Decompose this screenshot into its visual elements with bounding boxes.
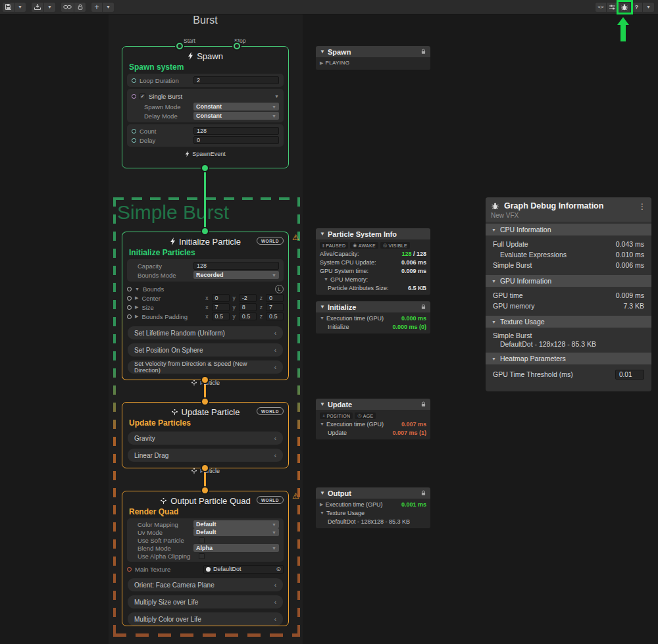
initialize-input-port[interactable] xyxy=(202,228,208,234)
initialize-output-port[interactable] xyxy=(202,377,208,383)
collapse-icon[interactable]: ‹ xyxy=(274,452,276,459)
foldout-open-icon[interactable]: ▼ xyxy=(135,287,139,291)
lock-button[interactable] xyxy=(74,2,86,12)
output-input-port[interactable] xyxy=(202,487,208,493)
show-code-button[interactable]: <> xyxy=(595,2,607,12)
control-settings-button[interactable] xyxy=(607,2,619,12)
block-set-velocity[interactable]: Set Velocity from Direction & Speed (New… xyxy=(128,360,283,374)
gpu-memory-row[interactable]: ▼ GPU Memory: xyxy=(320,275,426,284)
gpu-threshold-field[interactable]: 0.01 xyxy=(615,370,644,380)
main-texture-port[interactable] xyxy=(127,567,132,572)
spawn-state-row[interactable]: ▶ PLAYING xyxy=(320,59,426,67)
block-linear-drag[interactable]: Linear Drag ‹ xyxy=(128,449,283,462)
size-port[interactable] xyxy=(127,305,132,310)
delay-mode-dropdown[interactable]: Constant ▼ xyxy=(193,112,279,120)
update-output-port[interactable] xyxy=(202,465,208,471)
block-set-lifetime[interactable]: Set Lifetime Random (Uniform) ‹ xyxy=(128,326,283,339)
initialize-panel-header[interactable]: ▼ Initialize xyxy=(316,301,430,312)
help-button[interactable]: ? xyxy=(631,2,643,12)
block-multiply-color[interactable]: Multiply Color over Life ‹ xyxy=(128,612,283,626)
foldout-closed-icon[interactable]: ▶ xyxy=(135,314,138,319)
attach-button[interactable] xyxy=(61,2,74,12)
blend-mode-dropdown[interactable]: Alpha ▼ xyxy=(193,544,279,552)
main-texture-object-field[interactable]: DefaultDot ⊙ xyxy=(203,565,284,574)
size-z-field[interactable]: 7 xyxy=(266,303,284,311)
texture-usage-row[interactable]: ▼ Texture Usage xyxy=(320,508,426,517)
heatmap-parameters-section[interactable]: ▼ Heatmap Parameters xyxy=(486,353,651,364)
padding-x-field[interactable]: 0.5 xyxy=(212,312,230,320)
block-gravity[interactable]: Gravity ‹ xyxy=(128,432,283,445)
capacity-field[interactable]: 128 xyxy=(193,262,279,270)
collapse-icon[interactable]: ‹ xyxy=(274,330,276,337)
object-picker-icon[interactable]: ⊙ xyxy=(276,566,281,572)
bounds-port[interactable] xyxy=(127,287,132,291)
warning-icon[interactable]: ⚠ xyxy=(292,491,299,501)
update-node[interactable]: Update Particle WORLD Update Particles G… xyxy=(122,402,289,468)
color-mapping-dropdown[interactable]: Default ▼ xyxy=(193,520,279,528)
spawn-stop-port[interactable] xyxy=(234,43,240,49)
world-space-badge[interactable]: WORLD xyxy=(257,496,284,504)
add-dropdown-button[interactable]: ▼ xyxy=(103,2,114,12)
spawn-start-port[interactable] xyxy=(176,43,183,49)
center-x-field[interactable]: 0 xyxy=(212,294,230,302)
save-dropdown-button[interactable]: ▼ xyxy=(14,2,26,12)
texture-usage-section[interactable]: ▼ Texture Usage xyxy=(486,316,651,328)
collapse-icon[interactable]: ‹ xyxy=(274,347,276,354)
spawn-node[interactable]: Spawn Spawn system Loop Duration 2 ✓ Sin… xyxy=(122,46,289,168)
overflow-dropdown-button[interactable]: ▼ xyxy=(643,2,655,12)
single-burst-port[interactable] xyxy=(132,94,136,99)
spawn-panel-header[interactable]: ▼ Spawn xyxy=(316,46,430,57)
cpu-information-section[interactable]: ▼ CPU Information xyxy=(486,224,651,235)
collapse-icon[interactable]: ‹ xyxy=(274,616,276,623)
foldout-closed-icon[interactable]: ▶ xyxy=(135,295,138,301)
gpu-information-section[interactable]: ▼ GPU Information xyxy=(486,275,651,287)
center-port[interactable] xyxy=(127,296,132,301)
save-button[interactable] xyxy=(2,2,14,12)
kebab-menu-icon[interactable]: ⋮ xyxy=(638,202,646,211)
block-set-position[interactable]: Set Position On Sphere ‹ xyxy=(128,343,283,357)
single-burst-checkbox[interactable]: ✓ xyxy=(139,93,145,99)
block-orient[interactable]: Orient: Face Camera Plane ‹ xyxy=(128,578,283,591)
delay-field[interactable]: 0 xyxy=(193,136,279,144)
exec-time-row[interactable]: ▼ Execution time (GPU) 0.007 ms xyxy=(320,420,426,428)
center-z-field[interactable]: 0 xyxy=(266,294,284,302)
exec-time-row[interactable]: ▼ Execution time (GPU) 0.000 ms xyxy=(320,314,426,322)
lock-icon[interactable] xyxy=(420,401,426,407)
update-panel-header[interactable]: ▼ Update xyxy=(316,399,430,410)
foldout-closed-icon[interactable]: ▶ xyxy=(135,305,138,310)
lock-icon[interactable] xyxy=(420,49,426,55)
alpha-clipping-checkbox[interactable] xyxy=(199,553,205,559)
collapse-icon[interactable]: ‹ xyxy=(274,435,276,442)
spawn-mode-dropdown[interactable]: Constant ▼ xyxy=(193,103,279,111)
exec-time-row[interactable]: ▶ Execution time (GPU) 0.001 ms xyxy=(320,500,426,508)
loop-duration-field[interactable]: 2 xyxy=(193,76,279,84)
bounds-padding-port[interactable] xyxy=(127,314,132,319)
delay-port[interactable] xyxy=(132,138,136,143)
size-x-field[interactable]: 7 xyxy=(212,303,230,311)
compile-dropdown-button[interactable]: ▼ xyxy=(44,2,56,12)
count-port[interactable] xyxy=(132,129,136,134)
update-input-port[interactable] xyxy=(202,399,208,405)
output-node[interactable]: Output Particle Quad WORLD Render Quad C… xyxy=(122,491,289,626)
collapse-icon[interactable]: ‹ xyxy=(274,599,276,606)
collapse-icon[interactable]: ‹ xyxy=(274,582,276,589)
center-y-field[interactable]: -2 xyxy=(239,294,257,302)
world-space-badge[interactable]: WORLD xyxy=(257,407,284,415)
local-space-icon[interactable]: L xyxy=(275,285,284,293)
count-field[interactable]: 128 xyxy=(193,127,279,135)
uv-mode-dropdown[interactable]: Default ▼ xyxy=(193,528,279,536)
world-space-badge[interactable]: WORLD xyxy=(257,237,284,245)
lock-icon[interactable] xyxy=(420,304,426,310)
chevron-down-icon[interactable]: ▼ xyxy=(274,94,279,99)
padding-y-field[interactable]: 0.5 xyxy=(239,312,257,320)
loop-duration-port[interactable] xyxy=(132,78,136,83)
lock-icon[interactable] xyxy=(420,490,426,496)
output-panel-header[interactable]: ▼ Output xyxy=(316,487,430,499)
spawn-output-port[interactable] xyxy=(202,165,208,171)
add-button[interactable]: + xyxy=(91,2,103,12)
debug-button[interactable] xyxy=(619,2,631,12)
block-multiply-size[interactable]: Multiply Size over Life ‹ xyxy=(128,595,283,608)
info-panel-header[interactable]: ▼ Particle System Info xyxy=(316,228,430,239)
size-y-field[interactable]: 8 xyxy=(239,303,257,311)
bounds-mode-dropdown[interactable]: Recorded ▼ xyxy=(193,271,279,279)
